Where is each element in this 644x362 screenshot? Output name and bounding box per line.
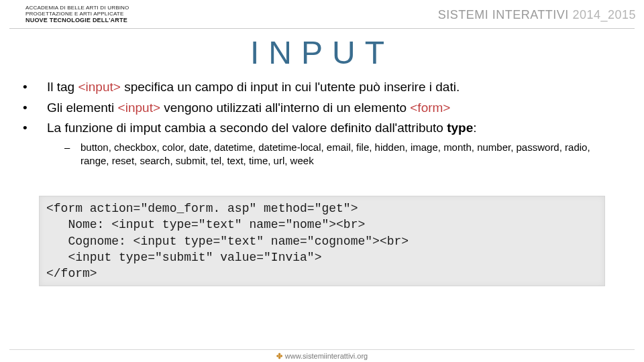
bullet-item: • Il tag <input> specifica un campo di i… <box>23 78 629 97</box>
footer-url: www.sistemiinterattivi.org <box>285 352 368 360</box>
sub-bullet-text: button, checkbox, color, date, datetime,… <box>80 141 616 168</box>
bold-fragment: type <box>447 121 473 135</box>
course-year: 2014_2015 <box>572 8 636 21</box>
text-fragment: specifica un campo di input in cui l'ute… <box>121 80 460 94</box>
bullet-text: Il tag <input> specifica un campo di inp… <box>47 78 460 97</box>
code-example: <form action="demo_form. asp" method="ge… <box>39 196 605 286</box>
tag-fragment: <input> <box>118 101 160 115</box>
bullet-icon: • <box>23 99 47 118</box>
sub-bullet-item: – button, checkbox, color, date, datetim… <box>64 141 616 168</box>
slide-title: INPUT <box>0 34 644 71</box>
bullet-item: • La funzione di imput cambia a secondo … <box>23 119 629 138</box>
slide-header: ACCADEMIA DI BELLE ARTI DI URBINO Proget… <box>0 0 644 27</box>
tag-fragment: <input> <box>78 80 120 94</box>
bullet-icon: • <box>23 119 47 138</box>
header-left: ACCADEMIA DI BELLE ARTI DI URBINO Proget… <box>25 5 129 23</box>
text-fragment: La funzione di imput cambia a secondo de… <box>47 121 447 135</box>
tag-fragment: <form> <box>410 101 450 115</box>
bullet-text: La funzione di imput cambia a secondo de… <box>47 119 477 138</box>
text-fragment: Il tag <box>47 80 78 94</box>
header-rule <box>9 28 635 29</box>
bullet-text: Gli elementi <input> vengono utilizzati … <box>47 99 450 118</box>
slide-footer: ✤www.sistemiinterattivi.org <box>9 349 635 361</box>
footer-icon: ✤ <box>276 352 282 360</box>
bullet-icon: • <box>23 78 47 97</box>
text-fragment: : <box>473 121 476 135</box>
course-name: SISTEMI INTERATTIVI <box>438 8 569 21</box>
sub-bullet-list: – button, checkbox, color, date, datetim… <box>0 141 644 168</box>
dash-icon: – <box>64 141 80 168</box>
bullet-list: • Il tag <input> specifica un campo di i… <box>0 78 644 138</box>
bullet-item: • Gli elementi <input> vengono utilizzat… <box>23 99 629 118</box>
text-fragment: vengono utilizzati all'interno di un ele… <box>160 101 410 115</box>
text-fragment: Gli elementi <box>47 101 118 115</box>
header-right: SISTEMI INTERATTIVI 2014_2015 <box>438 8 636 22</box>
institution-line3: NUOVE TECNOLOGIE DELL'ARTE <box>25 17 129 24</box>
